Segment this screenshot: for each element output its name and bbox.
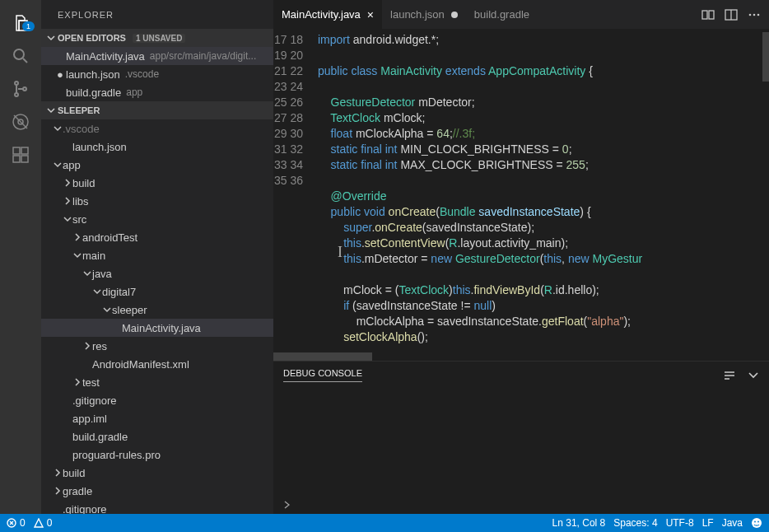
- tree-folder[interactable]: androidTest: [41, 228, 273, 246]
- tree-folder[interactable]: main: [41, 246, 273, 264]
- svg-point-3: [23, 87, 26, 91]
- status-warnings[interactable]: 0: [34, 517, 53, 529]
- minimap[interactable]: [762, 29, 769, 352]
- svg-point-18: [754, 521, 756, 523]
- svg-point-2: [15, 93, 18, 96]
- tree-folder[interactable]: java: [41, 264, 273, 282]
- line-gutter: 17 18 19 20 21 22 23 24 25 26 27 28 29 3…: [273, 29, 318, 352]
- status-ln-col[interactable]: Ln 31, Col 8: [552, 517, 606, 529]
- tree-file[interactable]: MainActivity.java: [41, 319, 273, 337]
- word-wrap-icon[interactable]: [723, 369, 736, 382]
- tree-folder[interactable]: .vscode: [41, 119, 273, 138]
- tree-folder[interactable]: gradle: [41, 482, 273, 500]
- tree-folder[interactable]: build: [41, 464, 273, 482]
- tree-file[interactable]: .gitignore: [41, 391, 273, 409]
- tree-folder[interactable]: digital7: [41, 282, 273, 301]
- tree-folder[interactable]: test: [41, 373, 273, 391]
- chevron-right-icon: [53, 487, 63, 495]
- chevron-right-icon: [72, 233, 82, 241]
- chevron-right-icon: [63, 179, 72, 187]
- svg-rect-8: [21, 156, 28, 162]
- tree-file[interactable]: .gitignore: [41, 500, 273, 514]
- chevron-down-icon: [53, 161, 63, 169]
- editor-tabs: MainActivity.java×launch.jsonbuild.gradl…: [273, 0, 769, 29]
- svg-rect-11: [709, 11, 714, 19]
- svg-point-19: [757, 521, 759, 523]
- tree-folder[interactable]: src: [41, 210, 273, 228]
- more-icon[interactable]: [748, 8, 761, 21]
- activity-scm-icon[interactable]: [1, 72, 40, 105]
- svg-rect-7: [13, 156, 20, 162]
- tree-folder[interactable]: res: [41, 337, 273, 355]
- tree-folder[interactable]: build: [41, 174, 273, 192]
- compare-icon[interactable]: [701, 8, 715, 21]
- chevron-down-icon: [44, 106, 58, 114]
- unsaved-badge: 1 UNSAVED: [133, 34, 186, 43]
- chevron-right-icon: [72, 378, 82, 386]
- tree-file[interactable]: launch.json: [41, 138, 273, 156]
- split-editor-icon[interactable]: [725, 8, 738, 21]
- tree-folder[interactable]: libs: [41, 192, 273, 210]
- svg-point-14: [753, 13, 756, 16]
- chevron-down-icon[interactable]: [748, 369, 759, 382]
- open-editor-item[interactable]: ●launch.json.vscode: [41, 65, 273, 83]
- chevron-down-icon: [92, 287, 102, 296]
- chevron-right-icon: [63, 197, 72, 205]
- open-editor-item[interactable]: MainActivity.javaapp/src/main/java/digit…: [41, 47, 273, 65]
- tree-file[interactable]: build.gradle: [41, 427, 273, 446]
- open-editors-header[interactable]: OPEN EDITORS 1 UNSAVED: [41, 29, 273, 47]
- svg-point-1: [15, 82, 18, 85]
- editor-tab[interactable]: launch.json: [382, 0, 466, 29]
- chevron-down-icon: [63, 215, 72, 223]
- editor-area: MainActivity.java×launch.jsonbuild.gradl…: [273, 0, 769, 514]
- svg-rect-10: [702, 11, 707, 19]
- close-icon[interactable]: ×: [367, 8, 374, 21]
- svg-point-15: [757, 13, 760, 16]
- svg-point-0: [14, 49, 24, 59]
- panel-breadcrumb[interactable]: [273, 496, 769, 514]
- editor-h-scrollbar[interactable]: [273, 352, 769, 361]
- chevron-right-icon: [53, 469, 63, 477]
- activity-badge: 1: [22, 21, 35, 31]
- activity-extensions-icon[interactable]: [1, 138, 40, 171]
- chevron-down-icon: [53, 124, 63, 133]
- status-errors[interactable]: 0: [7, 517, 26, 529]
- open-editor-item[interactable]: build.gradleapp: [41, 83, 273, 101]
- status-eol[interactable]: LF: [702, 517, 714, 529]
- tree-file[interactable]: app.iml: [41, 409, 273, 427]
- sidebar: EXPLORER OPEN EDITORS 1 UNSAVED MainActi…: [41, 0, 273, 514]
- status-bar: 0 0 Ln 31, Col 8 Spaces: 4 UTF-8 LF Java: [0, 514, 769, 532]
- tree-folder[interactable]: sleeper: [41, 301, 273, 319]
- svg-point-17: [752, 518, 762, 528]
- svg-rect-9: [21, 147, 28, 154]
- chevron-down-icon: [44, 34, 58, 42]
- sidebar-title: EXPLORER: [41, 0, 273, 29]
- tree-folder[interactable]: app: [41, 156, 273, 174]
- panel-title[interactable]: DEBUG CONSOLE: [283, 368, 362, 382]
- tree-file[interactable]: AndroidManifest.xml: [41, 355, 273, 373]
- tree-file[interactable]: proguard-rules.pro: [41, 446, 273, 464]
- code-editor[interactable]: 17 18 19 20 21 22 23 24 25 26 27 28 29 3…: [273, 29, 769, 352]
- project-header[interactable]: SLEEPER: [41, 101, 273, 119]
- chevron-down-icon: [72, 251, 82, 259]
- status-language[interactable]: Java: [722, 517, 743, 529]
- activity-explorer-icon[interactable]: 1: [1, 7, 40, 40]
- code-content[interactable]: import android.widget.*; public class Ma…: [318, 29, 762, 352]
- activity-bar: 1: [0, 0, 41, 514]
- activity-search-icon[interactable]: [1, 40, 40, 72]
- editor-tab[interactable]: MainActivity.java×: [273, 0, 382, 29]
- svg-point-13: [749, 13, 752, 16]
- activity-debug-icon[interactable]: [1, 105, 40, 138]
- editor-tab[interactable]: build.gradle: [466, 0, 538, 29]
- debug-console-panel: DEBUG CONSOLE: [273, 361, 769, 514]
- dirty-dot-icon: [451, 12, 458, 18]
- chevron-down-icon: [82, 269, 92, 278]
- feedback-icon[interactable]: [751, 517, 762, 529]
- status-encoding[interactable]: UTF-8: [666, 517, 694, 529]
- status-spaces[interactable]: Spaces: 4: [613, 517, 657, 529]
- chevron-right-icon: [82, 342, 92, 350]
- dirty-dot-icon: ●: [54, 68, 66, 81]
- svg-rect-6: [13, 147, 20, 154]
- chevron-down-icon: [102, 306, 112, 314]
